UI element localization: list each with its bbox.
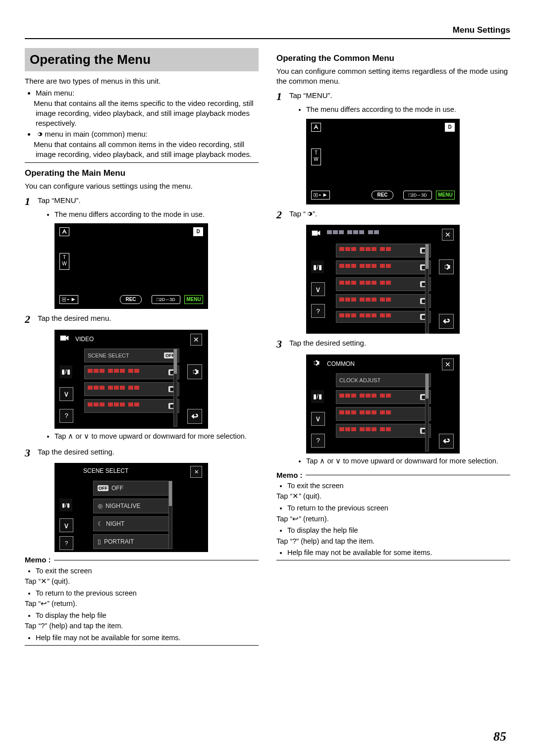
down-arrow-icon: ∨ [59, 518, 73, 532]
menu-title-text: VIDEO [75, 335, 94, 343]
memo-heading: Memo : [276, 470, 510, 480]
menu-button: MENU [436, 191, 455, 200]
scene-select-figure: SCENE SELECT ✕ OFFOFF ◎NIGHTALIVE ☾NIGHT… [54, 463, 208, 552]
step-text: Tap the desired setting. [38, 446, 114, 457]
playback-mode-icon [311, 191, 330, 200]
memo-text: Tap “↩” (return). [276, 514, 510, 524]
section-title: Menu Settings [453, 25, 510, 35]
play-pause-icon: ▮/▮ [59, 365, 72, 378]
mode-2d3d-button: □2D↔3D [152, 295, 180, 304]
menu-row: ▦ [336, 294, 431, 308]
zoom-tw-icon: TW [311, 149, 321, 165]
list-item: Tap ∧ or ∨ to move upward or downward fo… [54, 432, 259, 442]
play-pause-icon: ▮/▮ [59, 499, 72, 511]
memo-text: Tap “?” (help) and tap the item. [276, 537, 510, 547]
common-menu-figure: COMMON ✕ CLOCK ADJUST ▦ ▦ ▮/▮ ∨ ? [306, 354, 460, 454]
memo-text: Tap “?” (help) and tap the item. [25, 621, 259, 631]
list-item: The menu differs according to the mode i… [54, 210, 259, 220]
step-note: The menu differs according to the mode i… [297, 105, 510, 115]
video-menu-figure: VIDEO ✕ SCENE SELECT OFF ▦ ▦ ▦ ▮/▮ ∨ ? [54, 330, 208, 429]
step-note: Tap ∧ or ∨ to move upward or downward fo… [46, 432, 259, 442]
help-icon: ? [311, 304, 325, 318]
divider [25, 162, 259, 163]
menu-title [327, 229, 379, 240]
gear-icon [187, 364, 202, 379]
memo-label: Memo : [25, 555, 51, 565]
step-1: 1 Tap “MENU”. [25, 194, 259, 209]
option-row: ◎NIGHTALIVE [93, 499, 171, 513]
page-title: Operating the Menu [25, 48, 259, 71]
step-note: The menu differs according to the mode i… [46, 210, 259, 220]
page-number: 85 [493, 728, 506, 745]
off-badge: OFF [98, 485, 108, 491]
step-1: 1 Tap “MENU”. [276, 89, 510, 104]
list-item: To return to the previous screen [36, 589, 259, 599]
generic-menu-figure: ✕ ▦ ▦ ▦ ▦ ▦ ▮/▮ ∨ ? [306, 225, 460, 334]
sub-heading: Operating the Common Menu [276, 53, 510, 64]
scrollbar [425, 373, 429, 452]
text: ”. [313, 209, 317, 218]
close-icon: ✕ [190, 466, 202, 478]
rec-button: REC [120, 295, 142, 304]
memo-text: Tap “✕” (quit). [276, 492, 510, 502]
memo-list: To display the help file [25, 611, 259, 621]
help-icon: ? [59, 409, 73, 423]
menu-row: ▦ [336, 311, 431, 323]
help-icon: ? [59, 536, 73, 550]
memo-rule [306, 475, 511, 475]
bullet-text: Menu that contains all common items in t… [34, 140, 252, 158]
step-note: Tap ∧ or ∨ to move upward or downward fo… [297, 456, 510, 466]
help-icon: ? [311, 434, 325, 448]
right-column: Operating the Common Menu You can config… [276, 48, 510, 646]
option-label: NIGHT [106, 520, 124, 528]
option-label: OFF [111, 484, 123, 492]
zoom-w-label: W [314, 156, 318, 162]
menu-row: ▦ [84, 399, 179, 413]
step-number: 3 [276, 337, 289, 352]
menu-row: ▦ [336, 260, 431, 274]
gear-icon [36, 131, 43, 138]
night-icon: ☾ [98, 520, 103, 528]
menu-title: VIDEO [75, 334, 94, 345]
play-pause-icon: ▮/▮ [311, 390, 324, 403]
playback-mode-icon [59, 295, 78, 304]
divider [276, 560, 510, 560]
memo-rule [54, 560, 259, 560]
step-number: 2 [25, 312, 38, 327]
svg-point-4 [315, 194, 317, 196]
zoom-tw-icon: TW [59, 253, 69, 270]
menu-title: SCENE SELECT [83, 467, 128, 475]
play-pause-icon: ▮/▮ [311, 260, 324, 273]
camera-screen-figure: D TW REC □2D↔3D MENU [54, 223, 208, 309]
list-item: Main menu: Menu that contains all the it… [36, 88, 259, 128]
menu-row: ▦ [336, 277, 431, 291]
svg-rect-2 [60, 336, 66, 341]
menu-item-label: CLOCK ADJUST [339, 377, 380, 384]
zoom-w-label: W [62, 261, 66, 266]
sub-heading: Operating the Main Menu [25, 168, 259, 179]
menu-row: ▦ [336, 424, 431, 438]
memo-list: To exit the screen [25, 566, 259, 576]
menu-button: MENU [184, 295, 203, 304]
list-item: menu in main (common) menu: Menu that co… [36, 129, 259, 159]
option-row: ▯PORTRAIT [93, 534, 171, 549]
d-icon: D [445, 123, 455, 132]
step-text: Tap the desired setting. [289, 337, 366, 348]
memo-list: Help file may not be available for some … [25, 633, 259, 643]
option-label: PORTRAIT [104, 538, 134, 546]
scrollbar [168, 481, 172, 549]
memo-list: To return to the previous screen [25, 589, 259, 599]
down-arrow-icon: ∨ [311, 282, 325, 296]
list-item: To exit the screen [36, 566, 259, 576]
return-icon [187, 409, 202, 424]
step-3: 3 Tap the desired setting. [25, 446, 259, 460]
auto-mode-icon [59, 227, 69, 236]
step-text: Tap “MENU”. [289, 89, 332, 101]
memo-list: To exit the screen [276, 481, 510, 491]
step-number: 1 [25, 194, 38, 209]
nightalive-icon: ◎ [98, 502, 103, 510]
list-item: Tap ∧ or ∨ to move upward or downward fo… [306, 456, 510, 466]
two-column-layout: Operating the Menu There are two types o… [25, 48, 510, 646]
step-number: 2 [276, 207, 289, 222]
step-number: 1 [276, 89, 289, 104]
